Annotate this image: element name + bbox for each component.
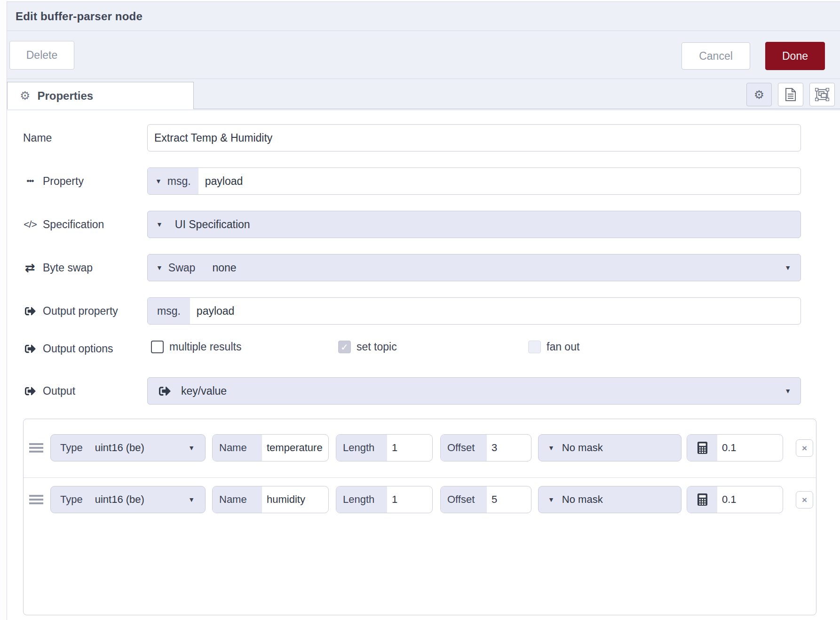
object-group-icon [815,88,829,101]
close-icon: × [802,495,807,505]
item-scale-input[interactable] [717,486,783,513]
chevron-down-icon: ▼ [188,445,195,451]
form-row-output-options: Output options ✓ multiple results ✓ set … [23,341,840,357]
fan-out-option[interactable]: ✓ fan out [528,341,579,353]
name-label: Name [23,124,52,151]
property-label: ••• Property [23,167,84,195]
byte-swap-type-button[interactable]: ▼ Swap [148,254,204,281]
chevron-down-icon: ▼ [548,445,555,451]
item-length-input[interactable] [387,486,432,513]
parse-item-row: Type uint16 (be) ▼ Name Length Offset [24,486,816,513]
edit-node-dialog: Edit buffer-parser node Delete Cancel Do… [7,1,840,620]
parse-item-row: Type uint16 (be) ▼ Name Length Offset [24,434,816,461]
sign-out-icon [159,378,171,404]
chevron-down-icon: ▼ [155,178,162,184]
chevron-down-icon: ▼ [548,496,555,503]
mask-select[interactable]: ▼ No mask [538,434,682,461]
form-row-name: Name [23,124,840,151]
gear-icon: ⚙ [20,90,30,102]
dialog-button-bar: Delete Cancel Done [7,31,840,79]
output-select[interactable]: key/value ▼ [147,377,801,405]
output-property-input[interactable] [190,298,800,324]
item-separator [24,477,816,478]
drag-handle-icon[interactable] [29,495,43,504]
property-input[interactable] [198,168,800,194]
item-name-field: Name [212,434,329,461]
fan-out-checkbox[interactable]: ✓ [528,341,541,353]
drag-handle-icon[interactable] [29,443,43,453]
chevron-down-icon: ▼ [156,221,163,228]
set-topic-checkbox[interactable]: ✓ [338,341,351,353]
remove-item-button[interactable]: × [796,491,813,509]
type-select[interactable]: Type uint16 (be) ▼ [50,434,206,461]
properties-view-button[interactable]: ⚙ [746,83,772,106]
item-scale-field [687,486,783,513]
swap-arrows-icon: ⇄ [23,261,37,275]
done-button[interactable]: Done [765,42,825,70]
chevron-down-icon: ▼ [785,264,791,271]
specification-label: </> Specification [23,211,104,238]
byte-swap-label: ⇄ Byte swap [23,254,93,281]
dialog-title: Edit buffer-parser node [16,10,143,23]
sign-out-icon [23,343,37,354]
output-options-label: Output options [23,341,113,357]
type-value: uint16 (be) [95,435,144,461]
set-topic-option[interactable]: ✓ set topic [338,341,397,353]
chevron-down-icon: ▼ [785,388,791,394]
item-name-input[interactable] [262,486,328,513]
form-row-output-property: Output property msg. [23,297,840,325]
mask-value: No mask [562,435,603,461]
remove-item-button[interactable]: × [796,439,813,457]
specification-select[interactable]: ▼ UI Specification [147,211,801,238]
tab-bar: ⚙ Properties ⚙ [7,79,840,109]
tab-properties[interactable]: ⚙ Properties [7,82,194,109]
editor-toolbar: ⚙ [746,83,835,106]
description-view-button[interactable] [778,83,803,106]
appearance-view-button[interactable] [809,83,835,106]
multiple-results-checkbox[interactable]: ✓ [151,341,164,353]
output-value: key/value [181,378,227,404]
item-name-field: Name [212,486,329,513]
parse-items-list: Type uint16 (be) ▼ Name Length Offset [23,419,816,615]
mask-select[interactable]: ▼ No mask [538,486,682,513]
calculator-icon [687,435,717,461]
byte-swap-select[interactable]: ▼ Swap none ▼ [147,254,801,281]
document-icon [785,87,797,102]
close-icon: × [802,443,807,453]
ellipsis-icon: ••• [23,176,37,186]
form-row-output: Output key/value ▼ [23,377,840,405]
delete-button[interactable]: Delete [9,41,74,70]
multiple-results-option[interactable]: ✓ multiple results [151,341,241,353]
sign-out-icon [23,306,37,317]
type-select[interactable]: Type uint16 (be) ▼ [50,486,206,513]
chevron-down-icon: ▼ [156,264,163,271]
item-offset-field: Offset [440,434,531,461]
property-type-button[interactable]: ▼ msg. [148,168,198,194]
item-name-input[interactable] [262,435,328,461]
output-property-typed-input: msg. [147,297,801,325]
item-scale-input[interactable] [717,435,783,461]
output-property-type[interactable]: msg. [148,298,190,324]
form-row-property: ••• Property ▼ msg. [23,167,840,195]
properties-panel: Name ••• Property ▼ msg. [7,111,840,620]
cancel-button[interactable]: Cancel [682,42,750,70]
tab-properties-label: Properties [37,89,93,103]
item-offset-input[interactable] [487,435,531,461]
dialog-header: Edit buffer-parser node [7,2,840,31]
output-property-label: Output property [23,297,118,325]
item-length-field: Length [336,434,433,461]
item-length-input[interactable] [387,435,432,461]
output-label: Output [23,377,75,405]
gear-icon: ⚙ [754,89,764,101]
item-scale-field [687,434,783,461]
check-icon: ✓ [341,342,349,353]
item-offset-input[interactable] [487,486,531,513]
property-typed-input: ▼ msg. [147,167,801,195]
specification-value: UI Specification [175,218,250,231]
form-row-byte-swap: ⇄ Byte swap ▼ Swap none ▼ [23,254,840,281]
sign-out-icon [23,386,37,397]
byte-swap-value: none [212,254,236,281]
name-input[interactable] [148,125,800,151]
chevron-down-icon: ▼ [188,496,195,503]
name-fieldbox [147,124,801,151]
